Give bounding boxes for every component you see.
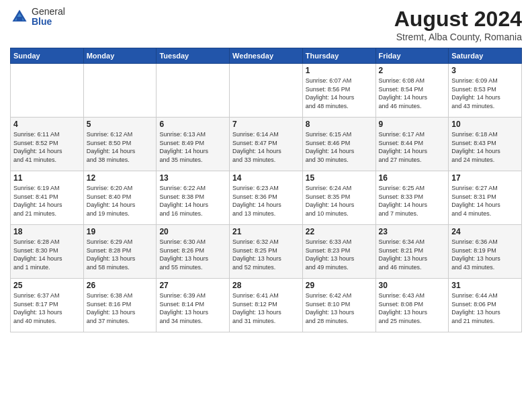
calendar-cell: 30Sunrise: 6:43 AM Sunset: 8:08 PM Dayli… <box>375 279 449 332</box>
day-number: 15 <box>306 173 373 183</box>
calendar-week-3: 11Sunrise: 6:19 AM Sunset: 8:41 PM Dayli… <box>11 171 522 225</box>
day-number: 5 <box>87 120 154 129</box>
calendar-cell: 24Sunrise: 6:36 AM Sunset: 8:19 PM Dayli… <box>449 225 522 279</box>
calendar-cell: 21Sunrise: 6:32 AM Sunset: 8:25 PM Dayli… <box>230 225 303 279</box>
col-sunday: Sunday <box>11 48 84 64</box>
calendar-cell: 16Sunrise: 6:25 AM Sunset: 8:33 PM Dayli… <box>375 171 449 225</box>
day-number: 27 <box>159 281 226 290</box>
day-number: 7 <box>232 120 300 129</box>
day-info: Sunrise: 6:37 AM Sunset: 8:17 PM Dayligh… <box>13 291 81 325</box>
day-number: 28 <box>232 281 300 290</box>
day-info: Sunrise: 6:28 AM Sunset: 8:30 PM Dayligh… <box>13 238 81 271</box>
day-number: 10 <box>451 120 519 129</box>
day-number: 24 <box>451 227 519 236</box>
col-thursday: Thursday <box>302 48 375 64</box>
calendar-body: 1Sunrise: 6:07 AM Sunset: 8:56 PM Daylig… <box>11 64 522 332</box>
day-number: 31 <box>451 281 519 290</box>
col-monday: Monday <box>83 48 157 64</box>
calendar-cell: 22Sunrise: 6:33 AM Sunset: 8:23 PM Dayli… <box>302 225 375 279</box>
calendar-cell: 9Sunrise: 6:17 AM Sunset: 8:44 PM Daylig… <box>375 118 449 171</box>
day-info: Sunrise: 6:32 AM Sunset: 8:25 PM Dayligh… <box>232 238 300 271</box>
calendar-cell: 28Sunrise: 6:41 AM Sunset: 8:12 PM Dayli… <box>230 279 303 332</box>
calendar-cell: 29Sunrise: 6:42 AM Sunset: 8:10 PM Dayli… <box>302 279 375 332</box>
day-number: 30 <box>379 281 446 290</box>
day-number: 11 <box>13 173 81 183</box>
day-info: Sunrise: 6:29 AM Sunset: 8:28 PM Dayligh… <box>87 238 154 271</box>
calendar-cell: 6Sunrise: 6:13 AM Sunset: 8:49 PM Daylig… <box>157 118 230 171</box>
day-info: Sunrise: 6:39 AM Sunset: 8:14 PM Dayligh… <box>159 291 226 325</box>
calendar-cell: 2Sunrise: 6:08 AM Sunset: 8:54 PM Daylig… <box>375 64 449 118</box>
day-number: 9 <box>379 120 446 129</box>
header-row: Sunday Monday Tuesday Wednesday Thursday… <box>11 48 522 64</box>
day-number: 20 <box>159 227 226 236</box>
col-friday: Friday <box>375 48 449 64</box>
location-subtitle: Stremt, Alba County, Romania <box>394 32 522 42</box>
calendar-cell: 5Sunrise: 6:12 AM Sunset: 8:50 PM Daylig… <box>83 118 157 171</box>
calendar-week-2: 4Sunrise: 6:11 AM Sunset: 8:52 PM Daylig… <box>11 118 522 171</box>
day-number: 29 <box>306 281 373 290</box>
logo-icon <box>10 7 29 26</box>
day-info: Sunrise: 6:08 AM Sunset: 8:54 PM Dayligh… <box>379 77 446 110</box>
day-number: 25 <box>13 281 81 290</box>
day-number: 21 <box>232 227 300 236</box>
day-number: 19 <box>87 227 154 236</box>
calendar-cell: 8Sunrise: 6:15 AM Sunset: 8:46 PM Daylig… <box>302 118 375 171</box>
day-number: 8 <box>306 120 373 129</box>
calendar-cell: 27Sunrise: 6:39 AM Sunset: 8:14 PM Dayli… <box>157 279 230 332</box>
day-info: Sunrise: 6:07 AM Sunset: 8:56 PM Dayligh… <box>306 77 373 110</box>
day-info: Sunrise: 6:11 AM Sunset: 8:52 PM Dayligh… <box>13 130 81 164</box>
day-number: 3 <box>451 66 519 75</box>
logo-blue-text: Blue <box>32 17 65 27</box>
col-wednesday: Wednesday <box>230 48 303 64</box>
day-number: 4 <box>13 120 81 129</box>
day-info: Sunrise: 6:09 AM Sunset: 8:53 PM Dayligh… <box>451 77 519 110</box>
header: General Blue August 2024 Stremt, Alba Co… <box>10 7 522 42</box>
col-saturday: Saturday <box>449 48 522 64</box>
day-number: 2 <box>379 66 446 75</box>
calendar-cell: 3Sunrise: 6:09 AM Sunset: 8:53 PM Daylig… <box>449 64 522 118</box>
day-info: Sunrise: 6:41 AM Sunset: 8:12 PM Dayligh… <box>232 291 300 325</box>
day-info: Sunrise: 6:22 AM Sunset: 8:38 PM Dayligh… <box>159 184 226 218</box>
day-number: 23 <box>379 227 446 236</box>
day-number: 26 <box>87 281 154 290</box>
calendar-cell: 4Sunrise: 6:11 AM Sunset: 8:52 PM Daylig… <box>11 118 84 171</box>
calendar-cell: 25Sunrise: 6:37 AM Sunset: 8:17 PM Dayli… <box>11 279 84 332</box>
calendar-cell: 13Sunrise: 6:22 AM Sunset: 8:38 PM Dayli… <box>157 171 230 225</box>
month-title: August 2024 <box>394 7 522 32</box>
day-info: Sunrise: 6:30 AM Sunset: 8:26 PM Dayligh… <box>159 238 226 271</box>
day-number: 18 <box>13 227 81 236</box>
day-number: 22 <box>306 227 373 236</box>
day-info: Sunrise: 6:43 AM Sunset: 8:08 PM Dayligh… <box>379 291 446 325</box>
calendar-cell: 31Sunrise: 6:44 AM Sunset: 8:06 PM Dayli… <box>449 279 522 332</box>
calendar-week-1: 1Sunrise: 6:07 AM Sunset: 8:56 PM Daylig… <box>11 64 522 118</box>
calendar-week-4: 18Sunrise: 6:28 AM Sunset: 8:30 PM Dayli… <box>11 225 522 279</box>
day-number: 1 <box>306 66 373 75</box>
day-info: Sunrise: 6:24 AM Sunset: 8:35 PM Dayligh… <box>306 184 373 218</box>
logo-general-text: General <box>32 7 65 17</box>
calendar: Sunday Monday Tuesday Wednesday Thursday… <box>10 48 522 332</box>
day-number: 16 <box>379 173 446 183</box>
logo: General Blue <box>10 7 65 28</box>
title-block: August 2024 Stremt, Alba County, Romania <box>394 7 522 42</box>
col-tuesday: Tuesday <box>157 48 230 64</box>
day-number: 13 <box>159 173 226 183</box>
day-info: Sunrise: 6:25 AM Sunset: 8:33 PM Dayligh… <box>379 184 446 218</box>
day-info: Sunrise: 6:38 AM Sunset: 8:16 PM Dayligh… <box>87 291 154 325</box>
calendar-cell <box>11 64 84 118</box>
calendar-cell: 23Sunrise: 6:34 AM Sunset: 8:21 PM Dayli… <box>375 225 449 279</box>
calendar-cell: 14Sunrise: 6:23 AM Sunset: 8:36 PM Dayli… <box>230 171 303 225</box>
day-info: Sunrise: 6:44 AM Sunset: 8:06 PM Dayligh… <box>451 291 519 325</box>
day-number: 6 <box>159 120 226 129</box>
day-info: Sunrise: 6:15 AM Sunset: 8:46 PM Dayligh… <box>306 130 373 164</box>
day-number: 14 <box>232 173 300 183</box>
calendar-cell: 26Sunrise: 6:38 AM Sunset: 8:16 PM Dayli… <box>83 279 157 332</box>
calendar-cell <box>157 64 230 118</box>
calendar-cell: 20Sunrise: 6:30 AM Sunset: 8:26 PM Dayli… <box>157 225 230 279</box>
day-info: Sunrise: 6:20 AM Sunset: 8:40 PM Dayligh… <box>87 184 154 218</box>
day-info: Sunrise: 6:33 AM Sunset: 8:23 PM Dayligh… <box>306 238 373 271</box>
day-info: Sunrise: 6:19 AM Sunset: 8:41 PM Dayligh… <box>13 184 81 218</box>
calendar-cell: 15Sunrise: 6:24 AM Sunset: 8:35 PM Dayli… <box>302 171 375 225</box>
day-info: Sunrise: 6:12 AM Sunset: 8:50 PM Dayligh… <box>87 130 154 164</box>
day-info: Sunrise: 6:27 AM Sunset: 8:31 PM Dayligh… <box>451 184 519 218</box>
day-number: 17 <box>451 173 519 183</box>
